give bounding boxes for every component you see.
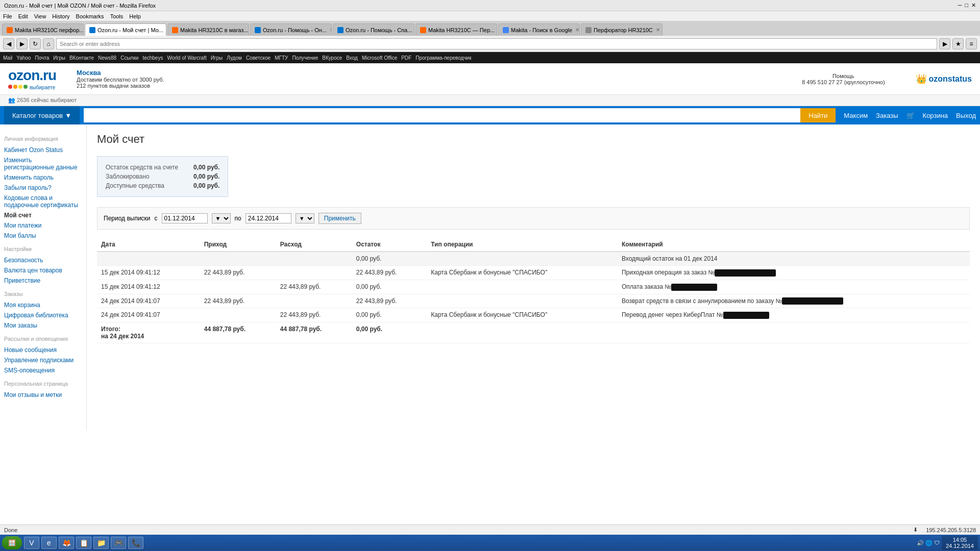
nav-user[interactable]: Максим — [844, 112, 868, 119]
orders-section-title: Заказы — [4, 291, 82, 297]
bookmark-translate[interactable]: Программа-переводчик — [415, 55, 471, 61]
sidebar-link-digital-lib[interactable]: Цифровая библиотека — [4, 310, 82, 320]
bookmark-mgtu[interactable]: МГТУ — [275, 55, 288, 61]
tab-close-7[interactable]: ✕ — [575, 27, 579, 33]
bookmark-techbeys[interactable]: techbeys — [142, 55, 163, 61]
help-label[interactable]: Помощь — [832, 73, 854, 79]
bookmark-pdf[interactable]: PDF — [401, 55, 411, 61]
bookmark-yahoo[interactable]: Yahoo — [16, 55, 31, 61]
nav-exit[interactable]: Выход — [956, 112, 976, 119]
period-to-select[interactable]: ▼ — [296, 213, 314, 223]
sidebar-link-my-cart[interactable]: Моя корзина — [4, 300, 82, 310]
menu-history[interactable]: History — [52, 13, 69, 19]
sidebar-link-my-account[interactable]: Мой счет — [4, 210, 82, 220]
bookmark-btn[interactable]: ★ — [952, 38, 964, 49]
nav-orders[interactable]: Заказы — [876, 112, 898, 119]
table-row: 15 дек 2014 09:41:12 22 443,89 руб. 22 4… — [97, 266, 970, 280]
tab-close-4[interactable]: ✕ — [330, 27, 332, 33]
tab-5[interactable]: Ozon.ru - Помощь - Спа... ✕ — [333, 23, 414, 36]
reload-btn[interactable]: ↻ — [30, 38, 41, 49]
redacted-block — [782, 297, 843, 305]
bookmark-vk[interactable]: ВКонтакте — [69, 55, 94, 61]
settings-nav-btn[interactable]: ≡ — [966, 38, 977, 49]
menu-edit[interactable]: Edit — [18, 13, 28, 19]
forward-btn[interactable]: ▶ — [16, 38, 28, 49]
browser-title: Ozon.ru - Мой счет | Мой OZON / Мой счет… — [4, 3, 156, 9]
bookmark-ms[interactable]: Microsoft Office — [362, 55, 397, 61]
menu-tools[interactable]: Tools — [110, 13, 124, 19]
sidebar-link-new-msgs[interactable]: Новые сообщения — [4, 345, 82, 355]
bookmark-wow[interactable]: World of Warcraft — [167, 55, 206, 61]
home-btn[interactable]: ⌂ — [43, 38, 54, 49]
tab-2[interactable]: Ozon.ru - Мой счет | Мо... ✕ — [85, 23, 166, 36]
sidebar-link-security[interactable]: Безопасность — [4, 255, 82, 265]
sidebar-link-my-reviews[interactable]: Мои отзывы и метки — [4, 390, 82, 400]
tab-1[interactable]: Makita HR3210C перфор... ✕ — [2, 23, 84, 36]
tab-8[interactable]: Перфоратор HR3210C ✕ — [581, 23, 663, 36]
address-bar[interactable] — [56, 38, 937, 49]
bookmark-ludom[interactable]: Лудом — [227, 55, 242, 61]
sidebar-link-forgot-pass[interactable]: Забыли пароль? — [4, 183, 82, 193]
bookmark-mail[interactable]: Mail — [3, 55, 12, 61]
back-btn[interactable]: ◀ — [3, 38, 14, 49]
ozon-header: ozon.ru выбираете Москва Доставим беспла… — [0, 63, 980, 95]
cell-balance: 0,00 руб. — [352, 280, 427, 294]
bookmark-igry[interactable]: Игры — [53, 55, 65, 61]
bookmark-links[interactable]: Ссылки — [120, 55, 138, 61]
sidebar-link-cabinet[interactable]: Кабинет Ozon Status — [4, 145, 82, 155]
to-label: по — [235, 215, 241, 222]
menu-help[interactable]: Help — [129, 13, 141, 19]
bookmark-poluchenie[interactable]: Получение — [292, 55, 318, 61]
sidebar-link-manage-subs[interactable]: Управление подписками — [4, 355, 82, 365]
tab-6[interactable]: Makita HR3210C — Пер... ✕ — [415, 23, 497, 36]
period-from-input[interactable] — [162, 213, 208, 223]
sidebar-link-currency[interactable]: Валюта цен товаров — [4, 265, 82, 276]
totals-income: 44 887,78 руб. — [200, 322, 276, 343]
tab-3[interactable]: Makita HR3210C в магаз... ✕ — [167, 23, 249, 36]
ozonstatus-logo: 👑 ozonstatus — [916, 73, 972, 85]
nav-cart[interactable]: Корзина — [923, 112, 948, 119]
search-button[interactable]: Найти — [800, 108, 836, 122]
people-icon: 👥 — [8, 97, 15, 103]
tab-close-8[interactable]: ✕ — [656, 27, 660, 33]
content-area: Мой счет Остаток средств на счете 0,00 р… — [87, 124, 980, 431]
sidebar-link-my-payments[interactable]: Мои платежи — [4, 220, 82, 231]
sidebar-link-my-orders[interactable]: Мои заказы — [4, 320, 82, 331]
phone-number: 8 495 510 27 27 (круглосуточно) — [802, 79, 885, 85]
sidebar-link-change-pass[interactable]: Изменить пароль — [4, 172, 82, 183]
sidebar-link-code-words[interactable]: Кодовые слова и подарочные сертификаты — [4, 193, 82, 210]
sidebar-link-my-points[interactable]: Мои баллы — [4, 231, 82, 241]
sidebar-link-change-reg[interactable]: Изменить регистрационные данные — [4, 155, 82, 172]
menu-bookmarks[interactable]: Bookmarks — [76, 13, 104, 19]
bookmark-news[interactable]: News88 — [98, 55, 116, 61]
sidebar-link-sms-notif[interactable]: SMS-оповещения — [4, 365, 82, 375]
menu-view[interactable]: View — [34, 13, 46, 19]
cell-date — [97, 252, 200, 266]
cell-expense — [276, 252, 352, 266]
ozon-logo[interactable]: ozon.ru выбираете — [8, 67, 56, 90]
period-to-input[interactable] — [246, 213, 291, 223]
bookmark-vkurse[interactable]: ВКуросе — [322, 55, 342, 61]
apply-btn[interactable]: Применить — [318, 213, 361, 224]
period-from-select[interactable]: ▼ — [212, 213, 231, 223]
catalog-btn[interactable]: Каталог товаров ▼ — [4, 106, 80, 124]
close-btn[interactable]: ✕ — [971, 2, 976, 9]
sidebar-link-welcome[interactable]: Приветствие — [4, 276, 82, 286]
col-comment: Комментарий — [618, 238, 970, 252]
tab-7[interactable]: Makita - Поиск в Google ✕ — [498, 23, 580, 36]
search-input[interactable] — [84, 108, 800, 122]
bookmark-vhod[interactable]: Вход — [346, 55, 358, 61]
nav-go-btn[interactable]: ▶ — [939, 38, 950, 49]
city-label[interactable]: Москва — [77, 69, 164, 77]
maximize-btn[interactable]: □ — [965, 2, 968, 9]
bookmark-pochta[interactable]: Почта — [35, 55, 50, 61]
table-row: 15 дек 2014 09:41:12 22 443,89 руб. 0,00… — [97, 280, 970, 294]
blocked-value: 0,00 руб. — [193, 173, 219, 180]
bookmark-soviet[interactable]: Советское — [246, 55, 271, 61]
cell-income: 22 443,89 руб. — [200, 294, 276, 308]
tab-4[interactable]: Ozon.ru - Помощь - Он... ✕ — [250, 23, 332, 36]
menu-file[interactable]: File — [3, 13, 12, 19]
minimize-btn[interactable]: ─ — [958, 2, 962, 9]
bookmark-igry2[interactable]: Игры — [211, 55, 223, 61]
col-date: Дата — [97, 238, 200, 252]
